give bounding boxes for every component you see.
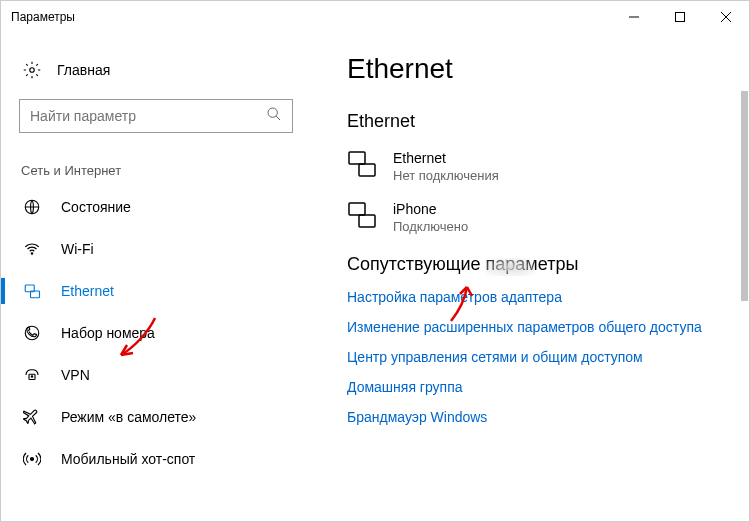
airplane-icon: [23, 408, 41, 426]
sidebar-item-label: Состояние: [61, 199, 131, 215]
svg-point-8: [31, 253, 33, 255]
sidebar-item-hotspot[interactable]: Мобильный хот-спот: [1, 438, 311, 480]
scrollbar-thumb[interactable]: [741, 91, 748, 301]
link-advanced-sharing[interactable]: Изменение расширенных параметров общего …: [347, 319, 739, 335]
window-controls: [611, 1, 749, 33]
minimize-button[interactable]: [611, 1, 657, 33]
connection-name: Ethernet: [393, 150, 499, 166]
close-button[interactable]: [703, 1, 749, 33]
connection-status: Подключено: [393, 219, 468, 234]
vpn-icon: [23, 366, 41, 384]
link-firewall[interactable]: Брандмауэр Windows: [347, 409, 739, 425]
settings-window: Параметры Главная: [0, 0, 750, 522]
link-adapter-settings[interactable]: Настройка параметров адаптера: [347, 289, 739, 305]
maximize-button[interactable]: [657, 1, 703, 33]
svg-rect-18: [359, 215, 375, 227]
ethernet-icon: [347, 150, 377, 182]
connection-text: iPhone Подключено: [393, 201, 468, 234]
content-area: Главная Сеть и Интернет Состояние Wi: [1, 33, 749, 521]
ethernet-icon: [347, 201, 377, 233]
home-label: Главная: [57, 62, 110, 78]
titlebar: Параметры: [1, 1, 749, 33]
sidebar-item-label: Режим «в самолете»: [61, 409, 196, 425]
scrollbar[interactable]: [741, 91, 748, 511]
dialup-icon: [23, 324, 41, 342]
link-network-center[interactable]: Центр управления сетями и общим доступом: [347, 349, 739, 365]
sidebar-item-wifi[interactable]: Wi-Fi: [1, 228, 311, 270]
connection-name: iPhone: [393, 201, 468, 217]
related-heading: Сопутствующие параметры: [347, 254, 739, 275]
page-title: Ethernet: [347, 53, 739, 85]
ethernet-icon: [23, 282, 41, 300]
search-box[interactable]: [19, 99, 293, 133]
gear-icon: [23, 61, 41, 79]
sidebar-item-airplane[interactable]: Режим «в самолете»: [1, 396, 311, 438]
sidebar-item-status[interactable]: Состояние: [1, 186, 311, 228]
section-subheading: Ethernet: [347, 111, 739, 132]
status-icon: [23, 198, 41, 216]
svg-point-4: [30, 68, 35, 73]
sidebar-item-dialup[interactable]: Набор номера: [1, 312, 311, 354]
search-input[interactable]: [30, 108, 266, 124]
window-title: Параметры: [11, 10, 611, 24]
sidebar-item-vpn[interactable]: VPN: [1, 354, 311, 396]
sidebar: Главная Сеть и Интернет Состояние Wi: [1, 33, 311, 521]
svg-line-6: [276, 116, 280, 120]
sidebar-item-label: Мобильный хот-спот: [61, 451, 195, 467]
connection-item-ethernet[interactable]: Ethernet Нет подключения: [347, 150, 739, 183]
hotspot-icon: [23, 450, 41, 468]
svg-rect-17: [349, 203, 365, 215]
svg-rect-1: [676, 13, 685, 22]
svg-rect-15: [349, 152, 365, 164]
link-homegroup[interactable]: Домашняя группа: [347, 379, 739, 395]
sidebar-item-label: Wi-Fi: [61, 241, 94, 257]
section-header: Сеть и Интернет: [1, 133, 311, 186]
sidebar-item-ethernet[interactable]: Ethernet: [1, 270, 311, 312]
svg-point-13: [31, 376, 33, 378]
home-nav-item[interactable]: Главная: [1, 53, 311, 87]
connection-status: Нет подключения: [393, 168, 499, 183]
sidebar-item-label: VPN: [61, 367, 90, 383]
sidebar-item-label: Ethernet: [61, 283, 114, 299]
main-panel: Ethernet Ethernet Ethernet Нет подключен…: [311, 33, 749, 521]
svg-rect-16: [359, 164, 375, 176]
svg-point-5: [268, 108, 277, 117]
sidebar-item-label: Набор номера: [61, 325, 155, 341]
connection-item-iphone[interactable]: iPhone Подключено: [347, 201, 739, 234]
search-icon: [266, 106, 282, 126]
svg-point-14: [31, 458, 34, 461]
connection-text: Ethernet Нет подключения: [393, 150, 499, 183]
wifi-icon: [23, 240, 41, 258]
